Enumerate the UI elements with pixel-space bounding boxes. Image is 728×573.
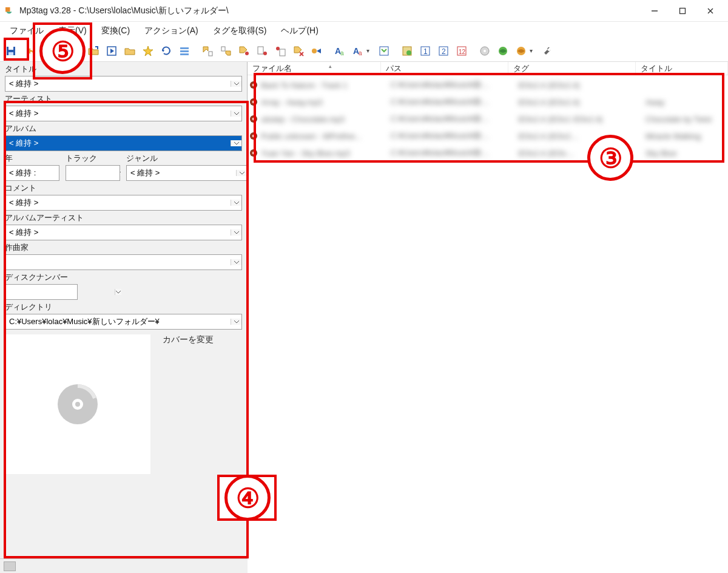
chevron-down-icon[interactable] [231,229,241,236]
number-2-icon[interactable]: 2 [435,42,452,59]
panel-scrollbar[interactable] [0,558,248,573]
menu-convert[interactable]: 変換(C) [96,24,135,38]
artist-input[interactable] [5,106,231,121]
minimize-button[interactable] [641,2,669,20]
table-row[interactable]: Yuan Yan - Sky Blue.mp3 C:¥Users¥lolac¥M… [248,144,728,161]
composer-combobox[interactable] [5,254,242,270]
disc-number-combobox[interactable] [5,284,78,300]
disc-number-input[interactable] [5,285,115,299]
artist-label: アーティスト [5,93,242,104]
text-file-tag-icon[interactable] [254,42,271,59]
menu-file[interactable]: ファイル [5,24,49,38]
audio-file-icon [250,132,257,140]
column-title[interactable]: タイトル [636,62,728,75]
album-artist-input[interactable] [5,225,231,240]
toolbar: Aa Aa ▾ 1 2 12 ▾ [0,40,728,62]
tag-tag-icon[interactable] [235,42,252,59]
playlist-icon[interactable] [103,42,120,59]
chevron-down-icon[interactable]: ▾ [366,47,369,54]
cell-filename: Yuan Yan - Sky Blue.mp3 [261,149,391,158]
title-input[interactable] [5,76,231,91]
directory-input[interactable] [5,314,231,329]
album-input[interactable] [5,136,231,151]
cell-filename: ubstep - Chocolate.mp3 [261,115,391,124]
table-row[interactable]: Public unknown - MPrefine... C:¥Users¥lo… [248,127,728,144]
scrollbar-thumb[interactable] [4,561,16,571]
year-label: 年 [5,153,59,164]
column-filename[interactable]: ファイル名 ▴ [248,62,381,75]
tag-from-file-icon[interactable] [199,42,216,59]
album-artist-combobox[interactable] [5,225,242,240]
genre-label: ジャンル [126,153,248,164]
chevron-down-icon[interactable] [231,140,241,146]
table-row[interactable]: Array - Away.mp3 C:¥Users¥lolac¥Music¥新…… [248,93,728,110]
menu-help[interactable]: ヘルプ(H) [276,24,323,38]
globe-green-icon[interactable] [494,42,511,59]
tag-text-file-icon[interactable] [272,42,289,59]
undo-button[interactable] [21,42,38,59]
remove-tag-icon[interactable] [290,42,307,59]
disc-icon [56,382,99,426]
table-row[interactable]: Back To Nature - Track 1 C:¥Users¥lolac¥… [248,76,728,93]
disc-icon[interactable] [476,42,493,59]
quick-action-icon[interactable]: Aa [331,42,348,59]
chevron-down-icon[interactable] [231,81,241,87]
select-all-icon[interactable] [176,42,193,59]
chevron-down-icon[interactable] [231,110,241,117]
svg-marker-11 [143,46,153,56]
file-rows: Back To Nature - Track 1 C:¥Users¥lolac¥… [248,75,728,161]
year-combobox[interactable] [5,165,59,181]
directory-combobox[interactable] [5,314,242,330]
chevron-down-icon[interactable] [115,289,121,295]
file-from-tag-icon[interactable] [217,42,234,59]
folder-refresh-icon[interactable] [121,42,138,59]
cell-title: Away [645,98,728,107]
number-list-icon[interactable]: 12 [453,42,470,59]
comment-input[interactable] [5,195,231,210]
audio-file-icon [250,115,257,123]
genre-input[interactable] [127,166,236,180]
column-path[interactable]: パス [381,62,508,75]
title-combobox[interactable] [5,76,242,92]
star-icon[interactable] [140,42,157,59]
maximize-button[interactable] [669,2,696,20]
wrench-icon[interactable] [539,42,556,59]
svg-point-32 [406,50,411,55]
genre-combobox[interactable] [126,165,248,181]
svg-point-20 [263,52,267,55]
album-combobox[interactable] [5,135,242,151]
quick-action-dropdown-icon[interactable]: Aa [349,42,366,59]
chevron-down-icon[interactable] [231,200,241,206]
chevron-down-icon[interactable] [231,319,241,325]
cell-title: Sky Blue [645,149,728,158]
cover-change-label: カバーを変更 [163,334,214,345]
composer-input[interactable] [5,255,231,270]
chevron-down-icon[interactable] [236,170,247,176]
cell-title: Chocolate by Twist [645,115,728,124]
cover-art-placeholder[interactable] [5,334,150,474]
audio-file-icon [250,149,257,157]
svg-point-18 [245,52,249,55]
comment-combobox[interactable] [5,195,242,211]
chevron-down-icon[interactable] [231,259,241,265]
menu-tag-sources[interactable]: タグを取得(S) [208,24,272,38]
table-row[interactable]: ubstep - Chocolate.mp3 C:¥Users¥lolac¥Mu… [248,110,728,127]
artist-combobox[interactable] [5,106,242,121]
extended-tags-icon[interactable] [376,42,393,59]
album-artist-label: アルバムアーティスト [5,212,242,223]
menu-bar: ファイル 表示(V) 変換(C) アクション(A) タグを取得(S) ヘルプ(H… [0,22,728,40]
folder-add-icon[interactable] [85,42,102,59]
track-combobox[interactable] [66,165,120,181]
actions-icon[interactable] [308,42,325,59]
refresh-icon[interactable] [158,42,175,59]
column-filename-label: ファイル名 [252,64,292,73]
column-tag[interactable]: タグ [508,62,636,75]
globe-orange-icon[interactable] [513,42,530,59]
chevron-down-icon[interactable]: ▾ [530,47,533,54]
menu-action[interactable]: アクション(A) [140,24,203,38]
close-button[interactable] [696,2,724,20]
autonumber-icon[interactable] [399,42,416,59]
svg-point-25 [312,49,317,53]
save-button[interactable] [2,42,19,59]
number-1-icon[interactable]: 1 [417,42,434,59]
